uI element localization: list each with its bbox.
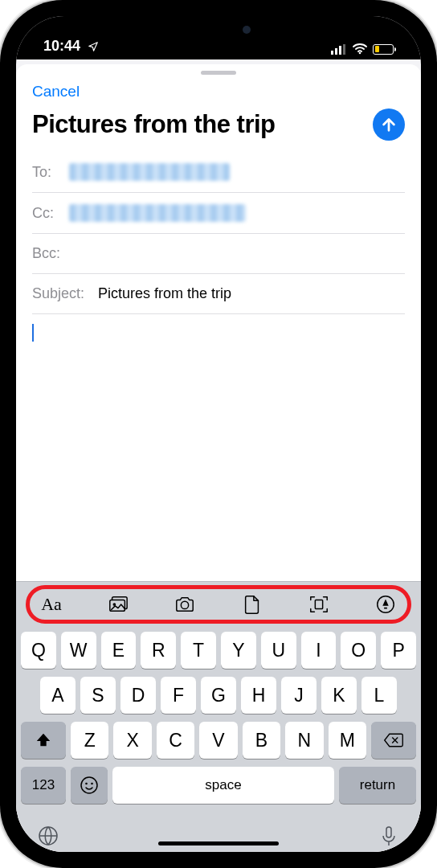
key-x[interactable]: X [113,722,151,759]
cc-field[interactable]: Cc: [32,193,405,234]
keyboard: Aa [16,581,421,852]
shift-icon [35,731,52,749]
to-value-redacted [69,163,230,181]
bcc-label: Bcc: [32,245,61,262]
globe-key[interactable] [37,825,59,850]
key-n[interactable]: N [285,722,323,759]
key-k[interactable]: K [321,677,357,714]
backspace-icon [383,732,404,748]
cellular-icon [331,44,347,55]
subject-field[interactable]: Subject: Pictures from the trip [32,274,405,314]
key-w[interactable]: W [61,632,96,669]
battery-icon [373,44,394,55]
camera-icon [174,594,195,615]
compose-title: Pictures from the trip [32,110,276,139]
document-icon [242,594,263,615]
key-z[interactable]: Z [71,722,108,759]
svg-point-7 [182,601,189,608]
svg-point-10 [81,777,97,793]
svg-rect-14 [386,827,391,837]
key-a[interactable]: A [40,677,76,714]
emoji-icon [80,776,99,795]
numbers-key[interactable]: 123 [21,767,66,804]
scan-icon [308,594,329,615]
cc-value-redacted [69,204,246,222]
key-j[interactable]: J [281,677,317,714]
dictation-key[interactable] [378,825,400,850]
wifi-icon [353,43,367,55]
text-format-button[interactable]: Aa [39,593,64,616]
key-e[interactable]: E [101,632,137,669]
home-indicator[interactable] [158,841,279,845]
key-u[interactable]: U [261,632,296,669]
key-f[interactable]: F [161,677,196,714]
svg-rect-1 [335,48,337,55]
subject-value: Pictures from the trip [98,285,231,302]
status-time: 10:44 [43,38,99,55]
key-h[interactable]: H [241,677,276,714]
svg-rect-2 [339,46,341,55]
backspace-key[interactable] [371,722,416,759]
svg-point-12 [91,783,93,785]
key-s[interactable]: S [80,677,116,714]
svg-point-4 [359,52,361,55]
to-field[interactable]: To: [32,152,405,193]
subject-label: Subject: [32,285,90,302]
to-label: To: [32,164,61,181]
message-body[interactable] [16,314,421,581]
cc-label: Cc: [32,205,61,222]
svg-rect-3 [343,44,345,55]
svg-point-11 [85,783,88,785]
cancel-button[interactable]: Cancel [16,75,96,104]
globe-icon [37,825,59,847]
space-key[interactable]: space [112,767,334,804]
key-t[interactable]: T [181,632,216,669]
shift-key[interactable] [21,722,66,759]
key-y[interactable]: Y [221,632,256,669]
format-toolbar: Aa [27,588,410,620]
key-p[interactable]: P [381,632,416,669]
photo-library-button[interactable] [105,593,131,616]
key-v[interactable]: V [199,722,237,759]
key-l[interactable]: L [361,677,397,714]
microphone-icon [378,825,400,847]
sheet-grabber[interactable] [201,71,236,75]
key-g[interactable]: G [201,677,236,714]
return-key[interactable]: return [339,767,416,804]
device-notch [130,16,307,43]
photos-icon [108,594,129,615]
scan-document-button[interactable] [306,593,332,616]
emoji-key[interactable] [71,767,108,804]
text-cursor [32,324,34,342]
compose-sheet: Cancel Pictures from the trip To: Cc: [16,64,421,852]
location-icon [88,41,99,52]
camera-button[interactable] [172,593,198,616]
svg-rect-8 [315,600,322,608]
key-b[interactable]: B [243,722,280,759]
key-d[interactable]: D [120,677,156,714]
bcc-field[interactable]: Bcc: [32,234,405,274]
markup-icon [375,594,396,615]
key-m[interactable]: M [329,722,366,759]
key-q[interactable]: Q [21,632,56,669]
arrow-up-icon [380,116,398,133]
markup-button[interactable] [373,593,398,616]
attach-file-button[interactable] [239,593,265,616]
key-c[interactable]: C [157,722,194,759]
send-button[interactable] [373,108,405,141]
svg-rect-0 [331,51,333,55]
key-o[interactable]: O [341,632,376,669]
key-r[interactable]: R [141,632,176,669]
key-i[interactable]: I [301,632,337,669]
